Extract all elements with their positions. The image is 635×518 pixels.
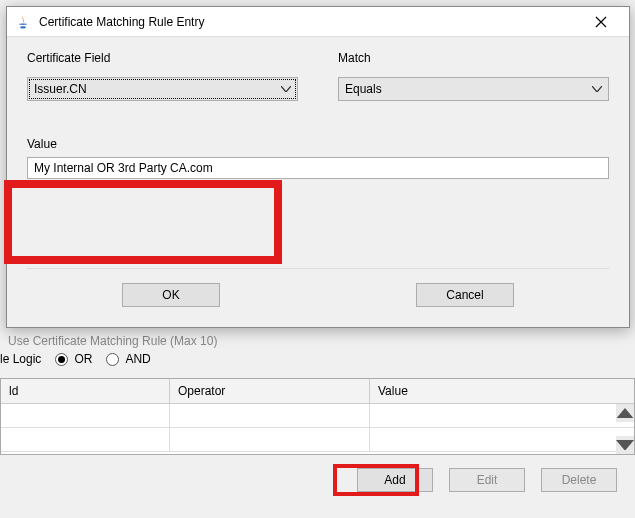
match-label: Match <box>338 51 609 65</box>
cert-field-combo[interactable]: Issuer.CN <box>27 77 298 101</box>
match-value: Equals <box>345 82 382 96</box>
radio-or-label: OR <box>74 352 92 366</box>
scroll-down-icon[interactable] <box>616 436 634 454</box>
annotation-highlight-value <box>4 180 282 264</box>
radio-and[interactable] <box>106 353 119 366</box>
table-row[interactable] <box>1 404 634 428</box>
cert-field-value: Issuer.CN <box>34 82 87 96</box>
titlebar[interactable]: Certificate Matching Rule Entry <box>7 7 629 37</box>
chevron-down-icon <box>281 86 291 92</box>
cancel-button[interactable]: Cancel <box>416 283 514 307</box>
col-header-field[interactable]: ld <box>1 379 170 403</box>
close-icon <box>595 16 607 28</box>
rules-table: ld Operator Value <box>0 378 635 455</box>
java-icon <box>15 14 31 30</box>
close-button[interactable] <box>581 8 621 36</box>
cert-field-label: Certificate Field <box>27 51 298 65</box>
value-input[interactable] <box>27 157 609 179</box>
cert-matching-dialog: Certificate Matching Rule Entry Certific… <box>6 6 630 328</box>
col-header-value[interactable]: Value <box>370 379 634 403</box>
table-body <box>1 404 634 454</box>
table-row[interactable] <box>1 428 634 452</box>
table-header: ld Operator Value <box>1 379 634 404</box>
value-label: Value <box>27 137 609 151</box>
section-label-matching-rule: Use Certificate Matching Rule (Max 10) <box>8 334 217 348</box>
col-header-operator[interactable]: Operator <box>170 379 370 403</box>
radio-or[interactable] <box>55 353 68 366</box>
logic-row: le Logic OR AND <box>0 352 151 366</box>
dialog-button-row: OK Cancel <box>7 283 629 307</box>
scroll-up-icon[interactable] <box>616 404 634 422</box>
edit-button: Edit <box>449 468 525 492</box>
annotation-highlight-add <box>333 464 419 496</box>
chevron-down-icon <box>592 86 602 92</box>
table-scrollbar[interactable] <box>616 404 634 454</box>
table-button-row: Add Edit Delete <box>0 468 635 492</box>
parent-window: Use Certificate Matching Rule (Max 10) l… <box>0 0 635 518</box>
dialog-title: Certificate Matching Rule Entry <box>39 15 581 29</box>
ok-button[interactable]: OK <box>122 283 220 307</box>
match-combo[interactable]: Equals <box>338 77 609 101</box>
dialog-body: Certificate Field Issuer.CN Match Equals <box>7 37 629 327</box>
logic-label: le Logic <box>0 352 41 366</box>
radio-and-label: AND <box>125 352 150 366</box>
delete-button: Delete <box>541 468 617 492</box>
divider <box>27 268 609 269</box>
